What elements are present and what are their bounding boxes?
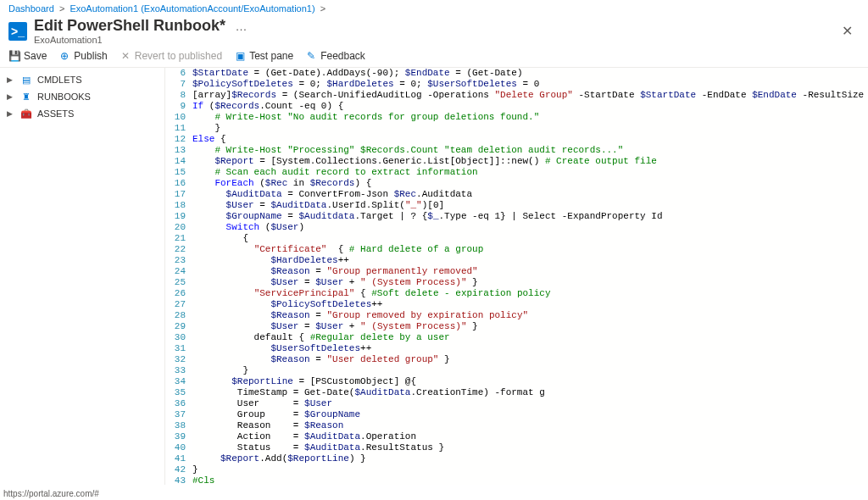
line-number: 22 bbox=[165, 244, 186, 255]
breadcrumb-automation[interactable]: ExoAutomation1 (ExoAutomationAccount/Exo… bbox=[70, 3, 314, 14]
publish-label: Publish bbox=[74, 50, 107, 62]
line-number: 7 bbox=[165, 79, 186, 90]
code-line[interactable]: User = $User bbox=[192, 398, 868, 409]
testpane-button[interactable]: ▣ Test pane bbox=[234, 50, 293, 62]
save-button[interactable]: 💾 Save bbox=[8, 50, 47, 62]
line-number: 40 bbox=[165, 442, 186, 453]
line-number: 29 bbox=[165, 321, 186, 332]
line-number: 24 bbox=[165, 266, 186, 277]
code-line[interactable]: { bbox=[192, 233, 868, 244]
code-line[interactable]: $Reason = "Group removed by expiration p… bbox=[192, 310, 868, 321]
line-number: 17 bbox=[165, 189, 186, 200]
code-line[interactable]: $StartDate = (Get-Date).AddDays(-90); $E… bbox=[192, 68, 868, 79]
line-number: 34 bbox=[165, 376, 186, 387]
feedback-icon: ✎ bbox=[305, 50, 317, 62]
code-line[interactable]: $Reason = "Group permanently removed" bbox=[192, 266, 868, 277]
feedback-button[interactable]: ✎ Feedback bbox=[305, 50, 365, 62]
save-icon: 💾 bbox=[8, 50, 20, 62]
chevron-right-icon: ▶ bbox=[7, 109, 15, 118]
code-editor[interactable]: 6789101112131415161718192021222324252627… bbox=[165, 68, 868, 485]
line-number: 8 bbox=[165, 90, 186, 101]
breadcrumb-sep: > bbox=[59, 3, 64, 14]
line-number: 30 bbox=[165, 332, 186, 343]
code-line[interactable]: TimeStamp = Get-Date($AuditData.Creation… bbox=[192, 387, 868, 398]
testpane-icon: ▣ bbox=[234, 50, 246, 62]
code-line[interactable]: } bbox=[192, 123, 868, 134]
title-block: Edit PowerShell Runbook* … ExoAutomation… bbox=[34, 17, 835, 45]
code-line[interactable]: } bbox=[192, 464, 868, 475]
code-line[interactable]: $ReportLine = [PSCustomObject] @{ bbox=[192, 376, 868, 387]
code-line[interactable]: $GroupName = $Auditdata.Target | ? {$_.T… bbox=[192, 211, 868, 222]
code-line[interactable]: "ServicePrincipal" { #Soft delete - expi… bbox=[192, 288, 868, 299]
save-label: Save bbox=[24, 50, 47, 62]
line-number: 28 bbox=[165, 310, 186, 321]
code-line[interactable]: Action = $AuditData.Operation bbox=[192, 431, 868, 442]
toolbar: 💾 Save ⊕ Publish ✕ Revert to published ▣… bbox=[0, 45, 868, 68]
code-line[interactable]: ForEach ($Rec in $Records) { bbox=[192, 178, 868, 189]
line-number: 19 bbox=[165, 211, 186, 222]
breadcrumb-sep: > bbox=[320, 3, 326, 14]
line-number: 35 bbox=[165, 387, 186, 398]
code-line[interactable]: If ($Records.Count -eq 0) { bbox=[192, 101, 868, 112]
code-lines[interactable]: $StartDate = (Get-Date).AddDays(-90); $E… bbox=[192, 68, 868, 485]
code-line[interactable]: $HardDeletes++ bbox=[192, 255, 868, 266]
code-line[interactable]: $Report.Add($ReportLine) } bbox=[192, 453, 868, 464]
main: ▶ ▤ CMDLETS ▶ ♜ RUNBOOKS ▶ 🧰 ASSETS 6789… bbox=[0, 68, 868, 485]
code-line[interactable]: default { #Regular delete by a user bbox=[192, 332, 868, 343]
line-number: 20 bbox=[165, 222, 186, 233]
code-line[interactable]: } bbox=[192, 365, 868, 376]
line-number: 9 bbox=[165, 101, 186, 112]
code-line[interactable]: $PolicySoftDeletes = 0; $HardDeletes = 0… bbox=[192, 79, 868, 90]
code-line[interactable]: $Report = [System.Collections.Generic.Li… bbox=[192, 156, 868, 167]
revert-button[interactable]: ✕ Revert to published bbox=[120, 50, 222, 62]
code-line[interactable]: Else { bbox=[192, 134, 868, 145]
code-line[interactable]: #Cls bbox=[192, 475, 868, 485]
code-line[interactable]: $PolicySoftDeletes++ bbox=[192, 299, 868, 310]
line-number: 13 bbox=[165, 145, 186, 156]
line-gutter: 6789101112131415161718192021222324252627… bbox=[165, 68, 192, 485]
publish-icon: ⊕ bbox=[58, 50, 70, 62]
code-line[interactable]: $AuditData = ConvertFrom-Json $Rec.Audit… bbox=[192, 189, 868, 200]
chevron-right-icon: ▶ bbox=[7, 92, 15, 101]
code-line[interactable]: "Certificate" { # Hard delete of a group bbox=[192, 244, 868, 255]
code-line[interactable]: Reason = $Reason bbox=[192, 420, 868, 431]
assets-icon: 🧰 bbox=[20, 108, 32, 119]
line-number: 37 bbox=[165, 409, 186, 420]
line-number: 26 bbox=[165, 288, 186, 299]
code-line[interactable]: # Write-Host "No audit records for group… bbox=[192, 112, 868, 123]
breadcrumb: Dashboard > ExoAutomation1 (ExoAutomatio… bbox=[0, 0, 868, 15]
code-line[interactable]: $User = $User + " (System Process)" } bbox=[192, 277, 868, 288]
code-line[interactable]: $User = $AuditData.UserId.Split("_")[0] bbox=[192, 200, 868, 211]
code-line[interactable]: Switch ($User) bbox=[192, 222, 868, 233]
code-line[interactable]: $UserSoftDeletes++ bbox=[192, 343, 868, 354]
close-icon[interactable]: ✕ bbox=[835, 19, 860, 42]
line-number: 27 bbox=[165, 299, 186, 310]
code-line[interactable]: # Write-Host "Processing" $Records.Count… bbox=[192, 145, 868, 156]
line-number: 18 bbox=[165, 200, 186, 211]
code-line[interactable]: $User = $User + " (System Process)" } bbox=[192, 321, 868, 332]
sidebar-item-assets[interactable]: ▶ 🧰 ASSETS bbox=[0, 105, 164, 122]
sidebar-item-cmdlets[interactable]: ▶ ▤ CMDLETS bbox=[0, 71, 164, 88]
line-number: 31 bbox=[165, 343, 186, 354]
sidebar-item-runbooks[interactable]: ▶ ♜ RUNBOOKS bbox=[0, 88, 164, 105]
line-number: 25 bbox=[165, 277, 186, 288]
line-number: 12 bbox=[165, 134, 186, 145]
page-title: Edit PowerShell Runbook* bbox=[34, 17, 225, 35]
line-number: 14 bbox=[165, 156, 186, 167]
line-number: 39 bbox=[165, 431, 186, 442]
powershell-icon: >_ bbox=[8, 22, 27, 41]
code-line[interactable]: # Scan each audit record to extract info… bbox=[192, 167, 868, 178]
more-icon[interactable]: … bbox=[235, 19, 247, 33]
line-number: 33 bbox=[165, 365, 186, 376]
code-line[interactable]: Group = $GroupName bbox=[192, 409, 868, 420]
code-line[interactable]: [array]$Records = (Search-UnifiedAuditLo… bbox=[192, 90, 868, 101]
runbooks-icon: ♜ bbox=[20, 91, 32, 103]
code-line[interactable]: Status = $AuditData.ResultStatus } bbox=[192, 442, 868, 453]
line-number: 41 bbox=[165, 453, 186, 464]
code-line[interactable]: $Reason = "User deleted group" } bbox=[192, 354, 868, 365]
breadcrumb-dashboard[interactable]: Dashboard bbox=[8, 3, 54, 14]
revert-label: Revert to published bbox=[135, 50, 222, 62]
line-number: 21 bbox=[165, 233, 186, 244]
header: >_ Edit PowerShell Runbook* … ExoAutomat… bbox=[0, 15, 868, 45]
publish-button[interactable]: ⊕ Publish bbox=[58, 50, 107, 62]
